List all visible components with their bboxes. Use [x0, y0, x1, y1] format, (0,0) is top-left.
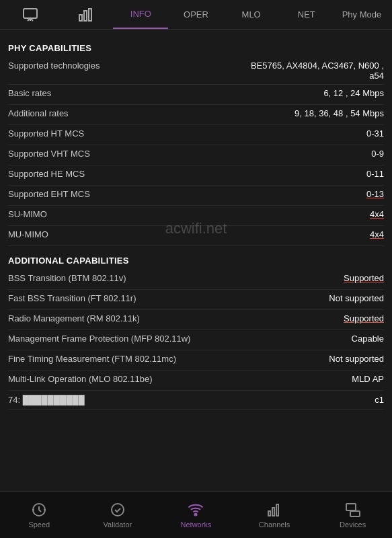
svg-rect-11 [272, 508, 274, 516]
table-row: Supported technologies BE5765, AX4804, A… [8, 57, 384, 85]
row-label: SU-MIMO [8, 209, 47, 219]
table-row: Supported EHT MCS 0-13 [8, 186, 384, 206]
table-row: Supported VHT MCS 0-9 [8, 145, 384, 165]
svg-rect-4 [89, 9, 91, 21]
table-row: Additional rates 9, 18, 36, 48 , 54 Mbps [8, 105, 384, 125]
row-label: Fine Timing Measurement (FTM 802.11mc) [8, 354, 176, 364]
row-label: Supported EHT MCS [8, 189, 90, 199]
row-value: 6, 12 , 24 Mbps [56, 88, 384, 98]
svg-rect-15 [350, 511, 360, 516]
mac-value: c1 [375, 395, 384, 405]
mac-row: 74: ██████████ c1 [8, 391, 384, 410]
mac-label: 74: ██████████ [8, 395, 85, 405]
tab-oper[interactable]: OPER [168, 0, 223, 29]
svg-rect-2 [79, 15, 82, 21]
row-value: 0-31 [89, 128, 384, 139]
nav-validator[interactable]: Validator [79, 492, 157, 538]
svg-rect-10 [268, 511, 270, 516]
top-tab-bar: INFO OPER MLO NET Phy Mode [0, 0, 392, 30]
row-label: Radio Management (RM 802.11k) [8, 313, 140, 323]
bottom-nav: Speed Validator Networks Channels [0, 491, 392, 538]
nav-networks-label: Networks [181, 521, 212, 529]
svg-rect-3 [84, 11, 87, 21]
row-label: Supported technologies [8, 61, 100, 71]
svg-rect-14 [346, 504, 356, 510]
row-label: MU-MIMO [8, 229, 48, 239]
table-row: MU-MIMO 4x4 [8, 226, 384, 246]
row-value: Supported [145, 313, 384, 323]
additional-capabilities-header: ADDITIONAL CAPABILITIES [8, 256, 384, 266]
tab-phy[interactable]: Phy Mode [334, 0, 389, 29]
svg-rect-0 [24, 9, 37, 18]
row-value: Supported [132, 273, 384, 283]
row-value: 9, 18, 36, 48 , 54 Mbps [74, 108, 384, 118]
row-label: Supported VHT MCS [8, 149, 90, 159]
nav-networks[interactable]: Networks [157, 492, 235, 538]
nav-speed[interactable]: Speed [0, 492, 79, 538]
tab-monitor[interactable] [3, 0, 58, 29]
nav-devices-label: Devices [340, 521, 366, 529]
row-label: Fast BSS Transition (FT 802.11r) [8, 293, 136, 303]
row-value: 0-9 [95, 149, 384, 159]
row-label: Supported HT MCS [8, 128, 84, 139]
table-row: Radio Management (RM 802.11k) Supported [8, 310, 384, 330]
row-value: MLD AP [158, 374, 384, 384]
table-row: Fast BSS Transition (FT 802.11r) Not sup… [8, 290, 384, 310]
table-row: Fine Timing Measurement (FTM 802.11mc) N… [8, 350, 384, 371]
row-value: BE5765, AX4804, AC3467, N600 ,a54 [106, 61, 384, 81]
tab-bar-chart[interactable] [58, 0, 113, 29]
row-value: Not supported [142, 293, 385, 303]
tab-mlo[interactable]: MLO [224, 0, 279, 29]
table-row: SU-MIMO 4x4 [8, 206, 384, 226]
table-row: Management Frame Protection (MFP 802.11w… [8, 330, 384, 350]
tab-net[interactable]: NET [279, 0, 334, 29]
svg-rect-12 [276, 504, 278, 516]
row-value: 4x4 [52, 209, 384, 219]
row-label: Basic rates [8, 88, 51, 98]
row-value: Not supported [182, 354, 384, 364]
table-row: Supported HT MCS 0-31 [8, 125, 384, 145]
table-row: Supported HE MCS 0-11 [8, 165, 384, 186]
nav-channels-label: Channels [259, 521, 290, 529]
phy-capabilities-header: PHY CAPABILITIES [8, 43, 384, 53]
nav-validator-label: Validator [104, 521, 132, 529]
row-value: 0-13 [95, 189, 384, 199]
tab-info[interactable]: INFO [113, 0, 168, 29]
row-label: Management Frame Protection (MFP 802.11w… [8, 334, 190, 344]
table-row: Multi-Link Operation (MLO 802.11be) MLD … [8, 371, 384, 391]
svg-point-9 [195, 513, 197, 515]
table-row: Basic rates 6, 12 , 24 Mbps [8, 85, 384, 105]
nav-channels[interactable]: Channels [235, 492, 314, 538]
row-value: 0-11 [90, 169, 384, 179]
main-content: PHY CAPABILITIES Supported technologies … [0, 30, 392, 491]
row-value: 4x4 [54, 229, 384, 239]
row-label: Multi-Link Operation (MLO 802.11be) [8, 374, 153, 384]
nav-speed-label: Speed [28, 521, 50, 529]
row-value: Capable [196, 334, 384, 344]
table-row: BSS Transition (BTM 802.11v) Supported [8, 270, 384, 290]
nav-devices[interactable]: Devices [313, 492, 392, 538]
row-label: Additional rates [8, 108, 69, 118]
svg-point-8 [112, 504, 124, 516]
row-label: Supported HE MCS [8, 169, 85, 179]
row-label: BSS Transition (BTM 802.11v) [8, 273, 126, 283]
